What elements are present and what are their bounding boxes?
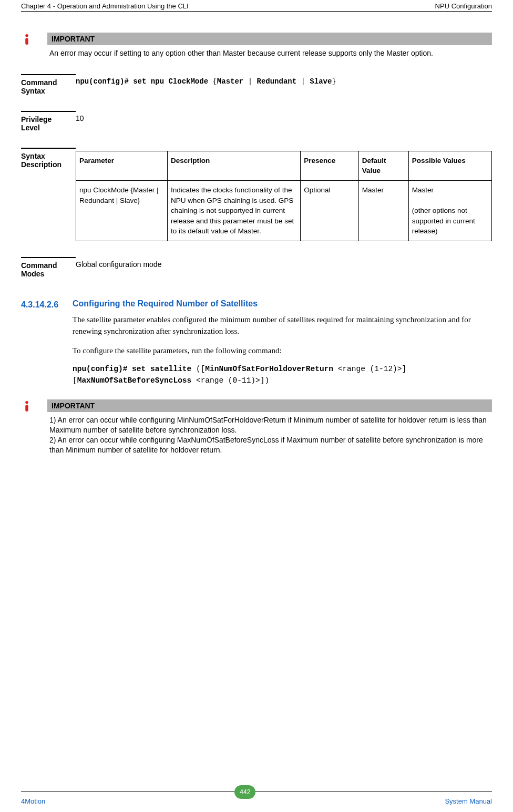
td-parameter: npu ClockMode {Master | Redundant | Slav…	[76, 181, 168, 241]
table-row: npu ClockMode {Master | Redundant | Slav…	[76, 181, 492, 241]
important-callout: IMPORTANT 1) An error can occur while co…	[21, 399, 492, 455]
td-possible: Master (other options not supported in c…	[408, 181, 491, 241]
page-header: Chapter 4 - Operation and Administration…	[21, 0, 492, 12]
callout-title: IMPORTANT	[47, 399, 492, 412]
code-block: npu(config)# set satellite ([MinNumOfSat…	[73, 364, 492, 387]
th-parameter: Parameter	[76, 151, 168, 180]
cmd-v2: Redundant	[257, 77, 297, 86]
table-header-row: Parameter Description Presence Default V…	[76, 151, 492, 180]
header-left: Chapter 4 - Operation and Administration…	[21, 2, 189, 10]
cmd-prefix: npu(config)# set npu ClockMode	[76, 77, 212, 86]
svg-point-0	[25, 34, 28, 37]
privilege-level-label: Privilege Level	[21, 111, 76, 132]
command-syntax-label: Command Syntax	[21, 74, 76, 95]
privilege-level-row: Privilege Level 10	[21, 111, 492, 132]
svg-rect-3	[25, 405, 28, 412]
brace-open: {	[212, 77, 217, 86]
privilege-level-value: 10	[76, 111, 492, 132]
page-number-badge: 442	[234, 785, 255, 799]
page-footer: 4Motion 442 System Manual	[21, 792, 492, 806]
command-modes-row: Command Modes Global configuration mode	[21, 257, 492, 278]
subsection: 4.3.14.2.6 Configuring the Required Numb…	[21, 299, 492, 394]
td-presence: Optional	[301, 181, 359, 241]
td-default: Master	[358, 181, 408, 241]
subsection-title: Configuring the Required Number of Satel…	[73, 299, 492, 309]
paragraph: The satellite parameter enables configur…	[73, 314, 492, 337]
callout-text: An error may occur if setting to any opt…	[47, 48, 492, 58]
subsection-number: 4.3.14.2.6	[21, 299, 73, 394]
th-possible: Possible Values	[408, 151, 491, 180]
td-description: Indicates the clocks functionality of th…	[168, 181, 301, 241]
th-presence: Presence	[301, 151, 359, 180]
command-modes-value: Global configuration mode	[76, 257, 492, 278]
svg-rect-1	[25, 38, 28, 45]
parameter-table: Parameter Description Presence Default V…	[76, 151, 492, 241]
footer-left: 4Motion	[21, 793, 45, 805]
info-icon	[21, 34, 37, 45]
header-right: NPU Configuration	[435, 2, 492, 10]
callout-text: 1) An error can occur while configuring …	[47, 415, 492, 455]
paragraph: To configure the satellite parameters, r…	[73, 345, 492, 357]
cmd-v3: Slave	[310, 77, 332, 86]
syntax-description-row: Syntax Description Parameter Description…	[21, 148, 492, 241]
callout-title: IMPORTANT	[47, 33, 492, 45]
footer-right: System Manual	[445, 793, 492, 805]
important-callout: IMPORTANT An error may occur if setting …	[21, 33, 492, 58]
info-icon	[21, 400, 37, 412]
th-description: Description	[168, 151, 301, 180]
command-modes-label: Command Modes	[21, 257, 76, 278]
svg-point-2	[25, 401, 28, 404]
cmd-v1: Master	[217, 77, 243, 86]
command-syntax-row: Command Syntax npu(config)# set npu Cloc…	[21, 74, 492, 95]
syntax-description-label: Syntax Description	[21, 148, 76, 241]
th-default: Default Value	[358, 151, 408, 180]
command-syntax-body: npu(config)# set npu ClockMode {Master |…	[76, 74, 492, 95]
brace-close: }	[332, 77, 336, 86]
